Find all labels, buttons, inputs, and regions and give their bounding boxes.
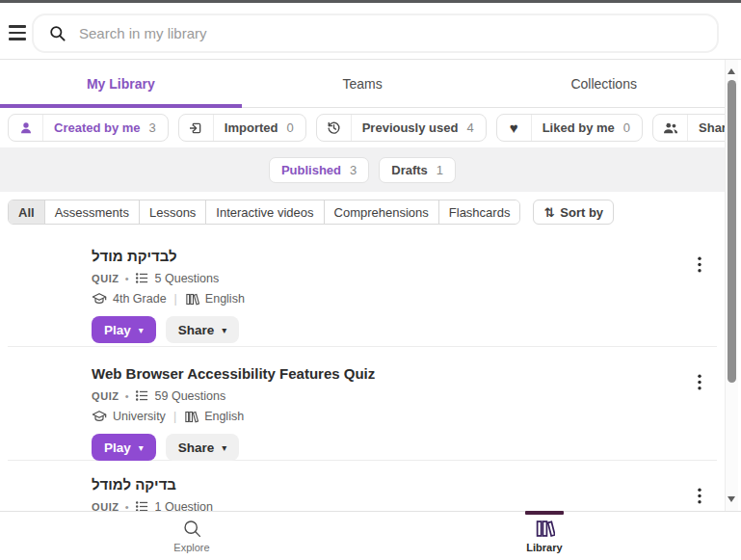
content-type-filter-row: All Assessments Lessons Interactive vide… [8, 200, 614, 225]
scroll-up-arrow[interactable] [728, 68, 735, 74]
filter-chip-imported[interactable]: Imported 0 [178, 114, 306, 142]
type-filter-lessons[interactable]: Lessons [140, 200, 206, 224]
play-label: Play [104, 440, 131, 455]
nav-label: Library [526, 542, 562, 553]
status-label: Published [281, 163, 341, 177]
filter-chip-previously-used[interactable]: Previously used 4 [316, 114, 487, 142]
chip-label: Liked by me [532, 120, 623, 135]
quiz-options-kebab-button[interactable] [694, 253, 705, 277]
question-count: 1 Question [155, 500, 213, 512]
quiz-grade-language: 4th Grade | English [92, 291, 717, 307]
chevron-down-icon: ▾ [222, 442, 226, 453]
chip-count: 3 [149, 120, 168, 135]
quiz-meta: QUIZ • 1 Question [92, 499, 717, 511]
play-button[interactable]: Play ▾ [92, 316, 156, 343]
quiz-list-item: בדיקה למודל QUIZ • 1 Question [8, 463, 717, 511]
scroll-down-arrow[interactable] [728, 496, 735, 502]
import-icon [179, 115, 214, 141]
tab-collections[interactable]: Collections [483, 60, 725, 107]
quiz-type-label: QUIZ [92, 501, 119, 512]
hamburger-bar [9, 25, 26, 28]
tab-label: Teams [342, 76, 382, 92]
heart-icon: ♥ [497, 115, 532, 141]
quiz-type-label: QUIZ [92, 390, 119, 402]
chip-label: Previously used [352, 120, 467, 135]
history-icon [317, 115, 352, 141]
sort-label: Sort by [560, 205, 603, 220]
type-filter-interactive-videos[interactable]: Interactive videos [206, 200, 324, 224]
tab-my-library[interactable]: My Library [0, 60, 242, 107]
search-input[interactable] [79, 25, 702, 41]
chip-label: Shared with me [688, 120, 725, 135]
question-list-icon [135, 388, 149, 403]
hamburger-bar [9, 32, 26, 35]
share-button[interactable]: Share ▾ [166, 316, 240, 343]
nav-label: Explore [173, 542, 209, 553]
publish-status-band: Published 3 Drafts 1 [0, 147, 725, 192]
play-button[interactable]: Play ▾ [92, 434, 156, 461]
meta-bullet: • [125, 273, 129, 284]
quiz-actions: Play ▾ Share ▾ [92, 316, 717, 343]
scrollbar-thumb[interactable] [728, 80, 736, 383]
meta-bullet: • [125, 390, 129, 402]
chevron-down-icon: ▾ [139, 325, 144, 335]
status-chip-drafts[interactable]: Drafts 1 [379, 157, 456, 183]
vertical-scrollbar[interactable] [725, 60, 738, 511]
grade-cap-icon [92, 291, 107, 307]
type-filter-assessments[interactable]: Assessments [45, 200, 140, 224]
share-button[interactable]: Share ▾ [166, 434, 240, 461]
status-chip-published[interactable]: Published 3 [269, 157, 369, 183]
question-list-icon [135, 499, 149, 511]
bottom-nav-library[interactable]: Library [506, 512, 583, 553]
filter-chip-shared-with-me[interactable]: Shared with me [652, 114, 725, 142]
type-filter-flashcards[interactable]: Flashcards [439, 200, 520, 224]
chevron-down-icon: ▾ [139, 442, 144, 453]
chip-count: 0 [623, 120, 642, 135]
meta-pipe: | [172, 410, 178, 423]
chevron-down-icon: ▾ [222, 325, 226, 335]
quiz-actions: Play ▾ Share ▾ [92, 434, 717, 461]
bottom-navigation: Explore Library [0, 511, 741, 560]
share-label: Share [178, 440, 215, 455]
quiz-options-kebab-button[interactable] [694, 370, 705, 394]
quiz-details: לבדיקת מודל QUIZ • 5 Questions 4th Grade… [8, 231, 717, 343]
hamburger-bar [9, 38, 26, 40]
question-count: 5 Questions [155, 272, 220, 285]
type-filter-all[interactable]: All [9, 200, 45, 224]
question-count: 59 Questions [155, 389, 226, 403]
quiz-title[interactable]: בדיקה למודל [92, 463, 717, 493]
quiz-details: Web Browser Accessibility Features Quiz … [8, 349, 717, 461]
quiz-title[interactable]: Web Browser Accessibility Features Quiz [92, 349, 717, 383]
quiz-list-item: לבדיקת מודל QUIZ • 5 Questions 4th Grade… [8, 231, 717, 347]
tab-teams[interactable]: Teams [242, 60, 484, 107]
sort-by-button[interactable]: ⇅ Sort by [533, 200, 614, 225]
quiz-title[interactable]: לבדיקת מודל [92, 231, 717, 265]
filter-chips-row: Created by me 3 Imported 0 Previously us… [8, 114, 725, 142]
play-label: Play [104, 323, 131, 337]
filter-chip-created-by-me[interactable]: Created by me 3 [8, 114, 169, 142]
active-nav-indicator [525, 511, 564, 515]
content-type-filter: All Assessments Lessons Interactive vide… [8, 200, 520, 225]
search-icon [48, 24, 66, 42]
meta-bullet: • [125, 501, 129, 512]
chip-count: 4 [466, 120, 485, 135]
language-book-icon [184, 410, 198, 424]
quiz-details: בדיקה למודל QUIZ • 1 Question [8, 463, 717, 511]
tab-label: Collections [570, 76, 636, 92]
status-label: Drafts [391, 163, 428, 177]
quiz-options-kebab-button[interactable] [694, 484, 705, 508]
library-tabs: My Library Teams Collections [0, 60, 725, 108]
type-filter-comprehensions[interactable]: Comprehensions [325, 200, 439, 224]
library-content: Created by me 3 Imported 0 Previously us… [0, 108, 725, 511]
sort-icon: ⇅ [543, 205, 554, 220]
grade-cap-icon [92, 409, 107, 424]
filter-chip-liked-by-me[interactable]: ♥ Liked by me 0 [496, 114, 643, 142]
share-label: Share [178, 323, 215, 337]
language-label: English [205, 292, 245, 306]
grade-label: University [113, 410, 166, 423]
search-bar[interactable] [32, 13, 719, 53]
tab-label: My Library [87, 76, 155, 92]
language-label: English [204, 410, 244, 423]
bottom-nav-explore[interactable]: Explore [153, 512, 230, 553]
hamburger-menu-button[interactable] [9, 25, 28, 40]
